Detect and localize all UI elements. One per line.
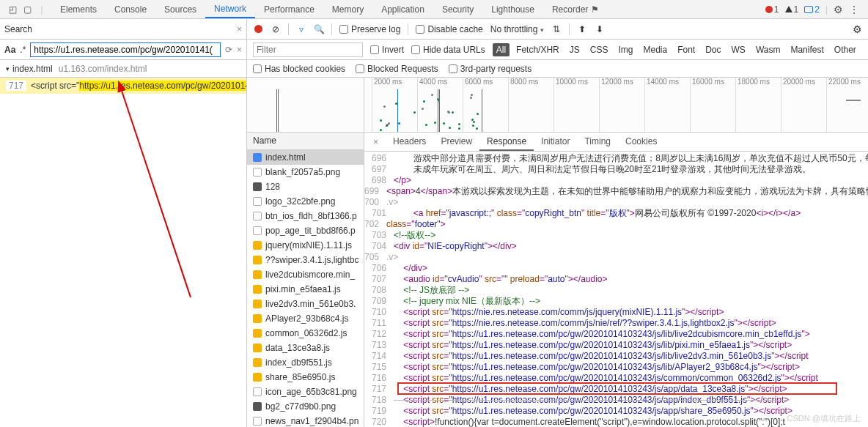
message-badge[interactable]: 2 (804, 4, 820, 15)
filter-type-doc[interactable]: Doc (702, 43, 724, 56)
blocked-cookies-checkbox[interactable]: Has blocked cookies (253, 64, 345, 74)
third-party-checkbox[interactable]: 3rd-party requests (449, 64, 532, 74)
file-icon (253, 241, 262, 250)
response-body[interactable]: 696 游戏中部分道具需要付费，未满8周岁用户无法进行消费充值；8周岁以上未满1… (364, 152, 868, 427)
request-item[interactable]: pixi.min_e5faea1.js (247, 282, 364, 297)
tab-security[interactable]: Security (433, 0, 482, 18)
request-item[interactable]: APlayer2_93b68c4.js (247, 311, 364, 326)
detail-tab-response[interactable]: Response (479, 133, 534, 151)
filter-type-media[interactable]: Media (639, 43, 671, 56)
download-icon[interactable]: ⬇ (595, 24, 605, 34)
request-item[interactable]: share_85e6950.js (247, 370, 364, 385)
search-result-file[interactable]: ▾ index.html u1.163.com/index.html (0, 60, 247, 77)
clear-search-icon[interactable]: × (237, 45, 242, 55)
filter-type-other[interactable]: Other (831, 43, 860, 56)
filter-type-fetchxhr[interactable]: Fetch/XHR (512, 43, 563, 56)
request-item[interactable]: common_06326d2.js (247, 326, 364, 341)
toggle-device-icon[interactable]: ▢ (22, 4, 32, 15)
request-item[interactable]: blank_f2057a5.png (247, 165, 364, 179)
invert-checkbox[interactable]: Invert (370, 45, 404, 55)
close-detail-icon[interactable]: × (369, 137, 383, 147)
upload-icon[interactable]: ⬆ (577, 24, 587, 34)
filter-type-css[interactable]: CSS (586, 43, 612, 56)
file-icon (253, 153, 262, 162)
tab-performance[interactable]: Performance (255, 0, 323, 18)
filter-type-font[interactable]: Font (674, 43, 699, 56)
search-input[interactable] (30, 42, 221, 57)
wifi-icon[interactable]: ⇅ (551, 24, 562, 34)
detail-tab-headers[interactable]: Headers (386, 133, 433, 151)
tab-memory[interactable]: Memory (323, 0, 372, 18)
tab-sources[interactable]: Sources (155, 0, 205, 18)
preserve-log-checkbox[interactable]: Preserve log (339, 24, 400, 34)
row-search-toolbar: Search × ⊘ ▿ 🔍 Preserve log Disable cach… (0, 19, 868, 40)
request-item[interactable]: news_nav1_f2904b4.pn (247, 414, 364, 427)
request-item[interactable]: btn_ios_fldh_8bf1366.p (247, 209, 364, 223)
file-icon (253, 300, 262, 308)
filter-type-wasm[interactable]: Wasm (752, 43, 784, 56)
request-item[interactable]: ??swiper.3.4.1.js,lightbc (247, 253, 364, 267)
filter-type-ws[interactable]: WS (728, 43, 749, 56)
close-search-icon[interactable]: × (237, 24, 242, 34)
search-icon[interactable]: 🔍 (314, 24, 324, 34)
detail-tab-cookies[interactable]: Cookies (618, 133, 664, 151)
filter-type-img[interactable]: Img (614, 43, 636, 56)
more-icon[interactable]: ⋮ (849, 4, 859, 15)
detail-tab-timing[interactable]: Timing (577, 133, 618, 151)
code-line: 706 </div> (364, 263, 868, 274)
search-result-line[interactable]: 717 <script src="https://u1.res.netease.… (0, 78, 246, 94)
timeline-overview[interactable]: 2000 ms4000 ms6000 ms8000 ms10000 ms1200… (364, 78, 868, 133)
match-case-toggle[interactable]: Aa (4, 45, 15, 55)
code-line: 701 <a href="javascript:;" class="copyRi… (364, 208, 868, 219)
request-item[interactable]: live2dcubismcore.min_ (247, 267, 364, 282)
disable-cache-checkbox[interactable]: Disable cache (416, 24, 482, 34)
request-item[interactable]: pop_age_tit_bbd8f66.p (247, 223, 364, 238)
regex-toggle[interactable]: .* (20, 45, 26, 55)
tab-elements[interactable]: Elements (51, 0, 106, 18)
file-icon (253, 402, 262, 411)
record-icon[interactable] (253, 24, 263, 34)
filter-type-manifest[interactable]: Manifest (787, 43, 827, 56)
tab-console[interactable]: Console (106, 0, 155, 18)
refresh-search-icon[interactable]: ⟳ (225, 45, 232, 55)
tab-recorder[interactable]: Recorder ⚑ (543, 0, 608, 18)
inspect-element-icon[interactable]: ◰ (7, 4, 18, 15)
timeline-overview-narrow[interactable] (247, 78, 364, 133)
file-icon (253, 197, 262, 206)
blocked-requests-checkbox[interactable]: Blocked Requests (356, 64, 438, 74)
request-item[interactable]: live2dv3.min_561e0b3. (247, 297, 364, 311)
code-line: 718 <script src="https://u1.res.netease.… (364, 395, 868, 406)
network-settings-icon[interactable]: ⚙ (853, 23, 862, 35)
code-line: 709 <!-- jquery mix NIE（最新版本）--> (364, 296, 868, 307)
code-line: 707 <audio id="cvAudio" src="" preload="… (364, 274, 868, 285)
row-result-header: ▾ index.html u1.163.com/index.html Has b… (0, 60, 868, 78)
request-item[interactable]: 128 (247, 179, 364, 194)
request-item[interactable]: logo_32c2bfe.png (247, 194, 364, 209)
detail-tab-preview[interactable]: Preview (433, 133, 479, 151)
request-item[interactable]: index_db9f551.js (247, 355, 364, 370)
filter-icon[interactable]: ▿ (296, 24, 306, 34)
request-item[interactable]: jquery(mixNIE).1.11.js (247, 238, 364, 253)
filter-type-js[interactable]: JS (566, 43, 584, 56)
request-item[interactable]: index.html (247, 150, 364, 165)
name-column-header[interactable]: Name (247, 133, 364, 150)
tab-application[interactable]: Application (372, 0, 433, 18)
error-badge[interactable]: 1 (765, 4, 779, 15)
throttle-select[interactable]: No throttling ▾ (490, 24, 544, 34)
request-item[interactable]: data_13ce3a8.js (247, 341, 364, 355)
inspect-tools: ◰ ▢ | (3, 4, 51, 15)
tab-network[interactable]: Network (205, 0, 255, 18)
warning-badge[interactable]: 1 (785, 4, 799, 15)
hide-data-urls-checkbox[interactable]: Hide data URLs (411, 45, 485, 55)
detail-tab-initiator[interactable]: Initiator (534, 133, 577, 151)
clear-icon[interactable]: ⊘ (271, 24, 281, 34)
request-item[interactable]: bg2_c77d9b0.png (247, 399, 364, 414)
tab-lighthouse[interactable]: Lighthouse (482, 0, 543, 18)
filter-type-all[interactable]: All (493, 43, 510, 56)
main-area: 717 <script src="https://u1.res.netease.… (0, 78, 868, 427)
code-line: 696 游戏中部分道具需要付费，未满8周岁用户无法进行消费充值；8周岁以上未满1… (364, 153, 868, 164)
settings-icon[interactable]: ⚙ (834, 4, 843, 15)
file-icon (253, 270, 262, 279)
request-item[interactable]: icon_age_65b3c81.png (247, 385, 364, 399)
filter-input[interactable] (253, 42, 363, 57)
